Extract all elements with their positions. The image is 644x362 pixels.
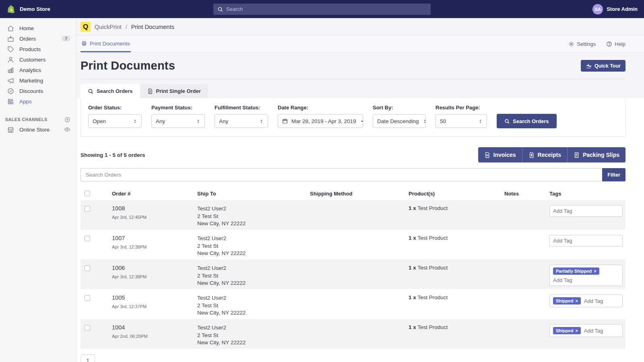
row-checkbox[interactable]	[85, 236, 90, 241]
field-label: Payment Status:	[151, 105, 205, 111]
tag-badge[interactable]: Shipped×	[553, 327, 581, 334]
receipts-button[interactable]: Receipts	[522, 147, 567, 162]
shopify-logo-icon: S	[6, 4, 16, 14]
sidebar-item-label: Analytics	[19, 67, 41, 73]
store-brand[interactable]: S Demo Store	[6, 4, 50, 14]
page-button[interactable]: 1	[80, 354, 95, 362]
table-body: 1008Apr 3rd, 12:45PMTest2 User22 Test St…	[80, 200, 625, 349]
order-number[interactable]: 1006	[112, 265, 197, 271]
apps-icon	[7, 98, 14, 105]
ship-to-line: 2 Test St	[197, 213, 310, 220]
breadcrumb-app-link[interactable]: QuickPrint	[95, 24, 122, 30]
tab-print-single-order[interactable]: Print Single Order	[140, 84, 208, 98]
tag-input-box[interactable]: Shipped×Add Tag	[549, 324, 623, 337]
select[interactable]: Open	[88, 114, 142, 128]
column-header-shipping-method: Shipping Method	[310, 191, 409, 197]
field-value: Open	[93, 118, 106, 124]
order-date: Apr 3rd, 12:38PM	[112, 245, 197, 249]
select[interactable]: Date Descending	[373, 114, 426, 128]
column-header-ship-to: Ship To	[197, 191, 310, 197]
tab-label: Print Single Order	[156, 88, 201, 94]
sidebar-item-analytics[interactable]: Analytics	[0, 65, 76, 75]
search-orders-button[interactable]: Search Orders	[497, 114, 557, 128]
remove-tag-icon[interactable]: ×	[594, 269, 596, 274]
packing-slip-icon	[574, 152, 580, 158]
caret-updown-icon	[133, 119, 137, 124]
products-icon	[7, 46, 14, 53]
select[interactable]: Any	[151, 114, 205, 128]
field-label: Order Status:	[88, 105, 142, 111]
tag-input-box[interactable]: Partially Shipped×Add Tag	[549, 265, 623, 286]
analytics-icon	[7, 67, 14, 74]
packing-slips-button[interactable]: Packing Slips	[567, 147, 625, 162]
row-checkbox[interactable]	[85, 206, 90, 212]
ship-to-address: Test2 User22 Test StNew City, NY 22222	[197, 265, 310, 287]
svg-text:S: S	[10, 8, 12, 12]
filter-button[interactable]: Filter	[602, 168, 625, 181]
tab-search-orders[interactable]: Search Orders	[80, 84, 140, 98]
table-row-order-1005: 1005Apr 3rd, 12:37PMTest2 User22 Test St…	[80, 289, 625, 319]
ship-to-line: New City, NY 22222	[197, 309, 310, 317]
select[interactable]: 50	[436, 114, 487, 128]
tag-input-box[interactable]: Add Tag	[549, 205, 623, 217]
field-value: Date Descending	[377, 118, 419, 124]
product-line: 1 x Test Product	[409, 294, 504, 300]
settings-link[interactable]: Settings	[568, 41, 596, 47]
add-channel-icon[interactable]	[64, 117, 70, 123]
tag-badge[interactable]: Shipped×	[553, 297, 581, 304]
sidebar-item-products[interactable]: Products	[0, 44, 76, 54]
app-nav-tab-print-documents[interactable]: Print Documents	[80, 36, 131, 52]
ship-to-line: New City, NY 22222	[197, 250, 310, 257]
order-number[interactable]: 1008	[112, 205, 197, 212]
filter-field-payment-status: Payment Status:Any	[151, 105, 205, 128]
column-header-notes: Notes	[504, 191, 549, 197]
help-link[interactable]: Help	[606, 41, 625, 47]
plane-icon	[586, 63, 592, 69]
remove-tag-icon[interactable]: ×	[575, 298, 578, 303]
orders-search-input[interactable]	[80, 168, 602, 181]
quick-tour-button[interactable]: Quick Tour	[581, 60, 625, 72]
user-name: Store Admin	[607, 6, 638, 12]
sidebar-channel-online-store[interactable]: Online Store	[0, 124, 76, 135]
breadcrumb-separator: /	[126, 24, 127, 30]
row-checkbox[interactable]	[85, 325, 90, 331]
user-menu[interactable]: SA Store Admin	[592, 4, 638, 14]
global-search[interactable]	[213, 4, 431, 15]
caret-updown-icon	[259, 119, 264, 124]
product-quantity: 1 x	[409, 294, 416, 300]
row-checkbox[interactable]	[85, 295, 90, 301]
tag-input-box[interactable]: Shipped×Add Tag	[549, 294, 623, 307]
tag-input-box[interactable]: Add Tag	[549, 235, 623, 247]
store-icon	[7, 126, 14, 133]
sidebar-item-orders[interactable]: Orders7	[0, 33, 76, 44]
select[interactable]: Any	[215, 114, 268, 128]
product-line: 1 x Test Product	[409, 265, 504, 271]
ship-to-address: Test2 User22 Test StNew City, NY 22222	[197, 205, 310, 228]
select-all-checkbox[interactable]	[85, 191, 90, 196]
sidebar-item-customers[interactable]: Customers	[0, 54, 76, 65]
order-number[interactable]: 1005	[112, 294, 197, 301]
field-value: 50	[440, 118, 446, 124]
table-header-row: Order # Ship To Shipping Method Product(…	[80, 187, 625, 200]
order-number[interactable]: 1007	[112, 235, 197, 241]
ship-to-address: Test2 User22 Test StNew City, NY 22222	[197, 294, 310, 317]
caret-updown-icon	[423, 119, 427, 124]
remove-tag-icon[interactable]: ×	[575, 328, 578, 333]
orders-table: Order # Ship To Shipping Method Product(…	[80, 187, 625, 349]
sidebar-item-home[interactable]: Home	[0, 23, 76, 33]
tab-label: Search Orders	[97, 88, 133, 94]
field-label: Sort By:	[373, 105, 426, 111]
marketing-icon	[7, 77, 14, 84]
sidebar-item-apps[interactable]: Apps	[0, 96, 76, 107]
invoices-button[interactable]: Invoices	[478, 147, 522, 162]
global-search-input[interactable]	[226, 6, 427, 12]
row-checkbox[interactable]	[85, 265, 90, 271]
add-tag-placeholder: Add Tag	[553, 208, 572, 214]
sidebar-item-marketing[interactable]: Marketing	[0, 75, 76, 86]
order-number[interactable]: 1004	[112, 324, 197, 331]
tag-badge[interactable]: Partially Shipped×	[553, 267, 599, 275]
filter-field-results-per-page: Results Per Page:50	[436, 105, 487, 128]
daterange-picker[interactable]: Mar 28, 2019 - Apr 3, 2019	[278, 114, 363, 128]
breadcrumb-current: Print Documents	[131, 24, 174, 30]
sidebar-item-discounts[interactable]: Discounts	[0, 86, 76, 96]
